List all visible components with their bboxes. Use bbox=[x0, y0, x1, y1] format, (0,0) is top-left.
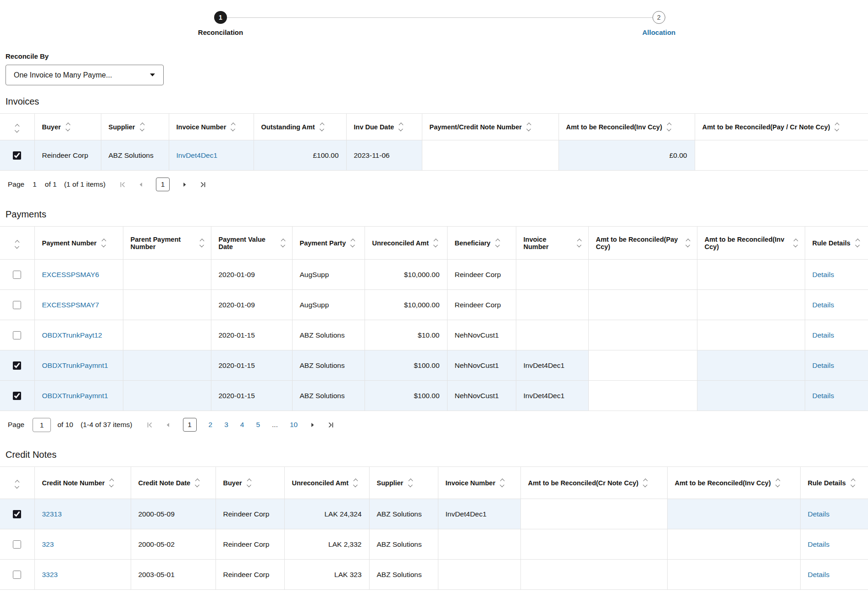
sort-icon[interactable] bbox=[434, 239, 437, 247]
rule-details-link[interactable]: Details bbox=[813, 392, 834, 400]
row-select-checkbox[interactable] bbox=[13, 361, 21, 370]
credit-note-number-link[interactable]: 323 bbox=[42, 540, 54, 548]
beneficiary-cell: Reindeer Corp bbox=[447, 260, 516, 290]
credit-note-number-link[interactable]: 32313 bbox=[42, 510, 62, 518]
sort-icon[interactable] bbox=[409, 479, 412, 487]
row-select-checkbox[interactable] bbox=[13, 301, 21, 309]
current-page[interactable]: 1 bbox=[183, 418, 197, 432]
row-select-checkbox[interactable] bbox=[13, 540, 21, 549]
amt-pay-ccy-cell[interactable] bbox=[588, 350, 697, 381]
sort-icon[interactable] bbox=[102, 239, 105, 247]
last-page-button[interactable] bbox=[199, 181, 206, 188]
amt-cr-note-ccy-cell[interactable] bbox=[520, 499, 667, 529]
rule-details-link[interactable]: Details bbox=[808, 540, 829, 548]
row-select-checkbox[interactable] bbox=[13, 510, 21, 518]
sort-icon[interactable] bbox=[321, 123, 324, 131]
sort-icon[interactable] bbox=[232, 123, 235, 131]
payment-number-link[interactable]: EXCESSPSMAY6 bbox=[42, 271, 100, 278]
payment-number-link[interactable]: OBDXTrunkPaymnt1 bbox=[42, 361, 108, 369]
amt-cr-note-ccy-cell[interactable] bbox=[520, 560, 667, 590]
payment-number-link[interactable]: OBDXTrunkPaymnt1 bbox=[42, 392, 108, 400]
sort-icon[interactable] bbox=[351, 239, 354, 247]
last-page-button[interactable] bbox=[327, 422, 334, 428]
reconcile-by-select[interactable]: One Invoice to Many Payme... bbox=[6, 65, 164, 85]
payment-number-cell: OBDXTrunkPaymnt1 bbox=[34, 381, 123, 411]
row-select-checkbox[interactable] bbox=[13, 151, 21, 160]
pay-cr-note-cell[interactable] bbox=[422, 140, 558, 171]
sort-icon[interactable] bbox=[200, 239, 204, 247]
rule-details-link[interactable]: Details bbox=[813, 271, 834, 278]
page-link[interactable]: 3 bbox=[224, 421, 228, 429]
current-page[interactable]: 1 bbox=[156, 178, 170, 191]
payment-number-link[interactable]: EXCESSPSMAY7 bbox=[42, 301, 100, 309]
prev-page-button[interactable] bbox=[165, 422, 171, 428]
page-link[interactable]: 4 bbox=[240, 421, 244, 429]
buyer-cell: Reindeer Corp bbox=[34, 140, 101, 171]
credit-notes-header-row: Credit Note Number Credit Note Date Buye… bbox=[0, 467, 868, 499]
page-link[interactable]: 2 bbox=[209, 421, 213, 429]
sort-icon[interactable] bbox=[578, 239, 581, 247]
sort-icon[interactable] bbox=[399, 123, 403, 131]
invoices-title: Invoices bbox=[6, 96, 868, 107]
column-header-amt-inv-ccy: Amt to be Reconciled(Inv Ccy) bbox=[667, 467, 800, 499]
unreconciled-amt-cell: LAK 323 bbox=[284, 560, 369, 590]
sort-icon[interactable] bbox=[856, 239, 859, 247]
next-page-button[interactable] bbox=[182, 182, 188, 188]
amt-pay-ccy-cell[interactable] bbox=[588, 320, 697, 350]
amt-pay-ccy-cell[interactable] bbox=[588, 260, 697, 290]
sort-icon[interactable] bbox=[110, 479, 113, 487]
rule-details-link[interactable]: Details bbox=[813, 301, 834, 309]
inv-due-date-cell: 2023-11-06 bbox=[346, 140, 422, 171]
prev-page-button[interactable] bbox=[138, 182, 144, 188]
row-select-checkbox[interactable] bbox=[13, 331, 21, 339]
sort-icon[interactable] bbox=[668, 123, 671, 131]
sort-icon[interactable] bbox=[16, 481, 19, 488]
amt-pay-ccy-cell[interactable] bbox=[695, 140, 868, 171]
page-link-last[interactable]: 10 bbox=[290, 421, 298, 429]
first-page-button[interactable] bbox=[119, 181, 126, 188]
rule-details-link[interactable]: Details bbox=[813, 361, 834, 369]
sort-icon[interactable] bbox=[851, 479, 855, 487]
wizard-stepper: 1 Reconcilation 2 Allocation bbox=[0, 0, 868, 45]
sort-icon[interactable] bbox=[496, 239, 499, 247]
sort-icon[interactable] bbox=[66, 123, 70, 131]
step-reconcilation[interactable]: 1 Reconcilation bbox=[214, 11, 227, 24]
sort-icon[interactable] bbox=[16, 241, 19, 248]
sort-icon[interactable] bbox=[501, 479, 504, 487]
next-page-button[interactable] bbox=[310, 422, 315, 428]
sort-icon[interactable] bbox=[527, 123, 531, 131]
row-select-checkbox[interactable] bbox=[13, 271, 21, 279]
step-allocation[interactable]: 2 Allocation bbox=[652, 11, 665, 24]
payment-party-cell: AugSupp bbox=[292, 290, 365, 320]
page-input[interactable] bbox=[33, 418, 51, 432]
invoice-number-cell: InvDet4Dec1 bbox=[516, 350, 588, 381]
sort-icon[interactable] bbox=[141, 123, 144, 131]
page-link[interactable]: 5 bbox=[256, 421, 260, 429]
column-header-rule-details: Rule Details bbox=[805, 227, 868, 260]
rule-details-link[interactable]: Details bbox=[808, 510, 829, 518]
sort-icon[interactable] bbox=[686, 239, 690, 247]
sort-icon[interactable] bbox=[16, 125, 19, 132]
sort-icon[interactable] bbox=[644, 479, 647, 487]
sort-icon[interactable] bbox=[196, 479, 199, 487]
table-row: OBDXTrunkPaymnt1 2020-01-15 ABZ Solution… bbox=[0, 350, 868, 381]
sort-icon[interactable] bbox=[282, 239, 285, 247]
sort-icon[interactable] bbox=[835, 123, 839, 131]
rule-details-link[interactable]: Details bbox=[813, 331, 834, 339]
row-select-checkbox[interactable] bbox=[13, 571, 21, 579]
amt-pay-ccy-cell[interactable] bbox=[588, 381, 697, 411]
amt-cr-note-ccy-cell[interactable] bbox=[520, 529, 667, 560]
first-page-button[interactable] bbox=[146, 422, 153, 428]
column-header-invoice-number: Invoice Number bbox=[516, 227, 588, 260]
credit-note-number-link[interactable]: 3323 bbox=[42, 571, 58, 578]
payment-number-link[interactable]: OBDXTrunkPayt12 bbox=[42, 331, 102, 339]
column-label: Rule Details bbox=[808, 479, 846, 487]
row-select-checkbox[interactable] bbox=[13, 392, 21, 400]
sort-icon[interactable] bbox=[248, 479, 251, 487]
sort-icon[interactable] bbox=[794, 239, 797, 247]
invoice-number-link[interactable]: InvDet4Dec1 bbox=[177, 151, 218, 159]
sort-icon[interactable] bbox=[776, 479, 780, 487]
rule-details-link[interactable]: Details bbox=[808, 571, 829, 578]
sort-icon[interactable] bbox=[354, 479, 357, 487]
amt-pay-ccy-cell[interactable] bbox=[588, 290, 697, 320]
